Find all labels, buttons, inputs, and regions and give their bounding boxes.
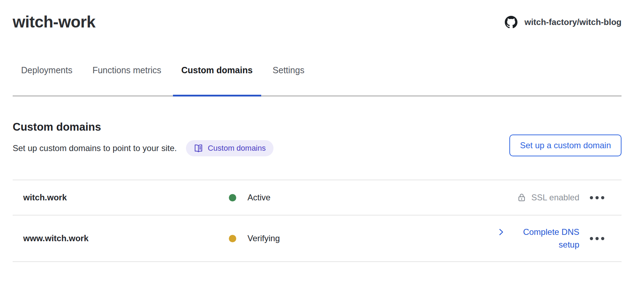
domain-row-www-witch-work: www.witch.work Verifying Complete DNS se… xyxy=(13,216,622,262)
tab-settings[interactable]: Settings xyxy=(273,65,304,95)
dns-link-label: Complete DNS setup xyxy=(509,226,579,251)
section-header-left: Custom domains Set up custom domains to … xyxy=(13,120,273,157)
overflow-menu-button[interactable] xyxy=(588,193,606,203)
domain-menu-cell xyxy=(579,233,614,244)
page-header: witch-work witch-factory/witch-blog xyxy=(13,12,622,32)
github-icon xyxy=(505,16,517,29)
custom-domains-page: witch-work witch-factory/witch-blog Depl… xyxy=(0,0,644,262)
domain-action: Complete DNS setup xyxy=(481,226,579,251)
book-icon xyxy=(194,144,203,153)
status-dot-verifying xyxy=(229,235,236,242)
ssl-status: SSL enabled xyxy=(517,193,579,202)
complete-dns-setup-link[interactable]: Complete DNS setup xyxy=(496,226,579,251)
tab-deployments[interactable]: Deployments xyxy=(21,65,72,95)
domain-name: www.witch.work xyxy=(23,233,229,243)
custom-domains-docs-badge[interactable]: Custom domains xyxy=(186,140,273,156)
domain-status: Active xyxy=(229,193,481,202)
overflow-menu-button[interactable] xyxy=(588,233,606,244)
section-title: Custom domains xyxy=(13,120,273,134)
domain-action: SSL enabled xyxy=(481,193,579,202)
section-description: Set up custom domains to point to your s… xyxy=(13,143,177,153)
chevron-right-icon xyxy=(496,226,505,240)
tab-functions-metrics[interactable]: Functions metrics xyxy=(92,65,161,95)
status-label: Verifying xyxy=(247,233,280,243)
section-description-row: Set up custom domains to point to your s… xyxy=(13,140,273,156)
project-tabs: Deployments Functions metrics Custom dom… xyxy=(13,65,622,96)
status-label: Active xyxy=(247,193,270,202)
repo-name: witch-factory/witch-blog xyxy=(524,17,622,27)
domains-table: witch.work Active SSL enabled xyxy=(13,180,622,262)
ssl-label: SSL enabled xyxy=(531,193,579,202)
tab-custom-domains[interactable]: Custom domains xyxy=(181,65,253,95)
section-header: Custom domains Set up custom domains to … xyxy=(13,120,622,157)
domain-status: Verifying xyxy=(229,233,481,243)
repo-link[interactable]: witch-factory/witch-blog xyxy=(505,16,622,29)
set-up-custom-domain-button[interactable]: Set up a custom domain xyxy=(509,135,622,156)
lock-icon xyxy=(517,193,526,202)
domain-row-witch-work: witch.work Active SSL enabled xyxy=(13,180,622,216)
project-title: witch-work xyxy=(13,12,95,32)
domain-menu-cell xyxy=(579,193,614,203)
status-dot-active xyxy=(229,194,236,201)
badge-label: Custom domains xyxy=(208,144,266,153)
domain-name: witch.work xyxy=(23,193,229,202)
